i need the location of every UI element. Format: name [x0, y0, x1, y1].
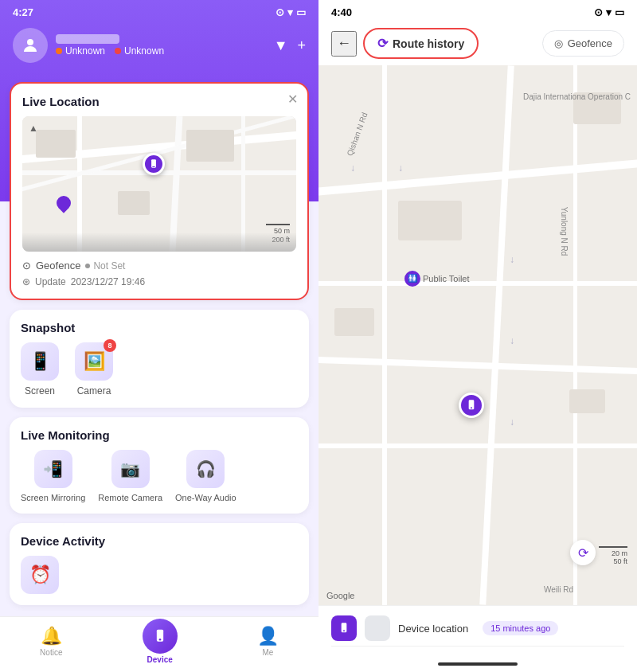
badge-unknown-2: Unknown: [115, 45, 164, 57]
snapshot-screen[interactable]: 📱 Screen: [21, 342, 59, 397]
svg-point-6: [471, 407, 472, 408]
svg-point-0: [27, 39, 33, 45]
location-meta: ⊙ Geofence Not Set ⊛ Update 2023/12/27 1…: [22, 260, 296, 287]
nav-device[interactable]: Device: [143, 619, 178, 664]
cast-icon: ⊙: [276, 6, 284, 18]
geofence-icon: ⊙: [22, 260, 31, 272]
camera-icon-box: 🖼️ 8: [75, 342, 113, 381]
wifi-icon: ▾: [287, 6, 293, 18]
divider: [331, 646, 624, 647]
google-logo: Google: [326, 591, 354, 600]
live-location-map[interactable]: ▲ 50 m 200 ft: [22, 116, 296, 252]
snapshot-card: Snapshot 📱 Screen 🖼️ 8 Camera: [10, 310, 309, 408]
svg-point-8: [343, 630, 345, 631]
screen-icon-box: 📱: [21, 342, 59, 381]
status-bar-right: 4:40 ⊙ ▾ ▭: [318, 0, 637, 21]
map-right-background: Qishan N Rd Dajia Internationa Operation…: [318, 65, 637, 605]
yunlong-label: Yunlong N Rd: [561, 207, 569, 256]
dot-orange: [56, 48, 62, 54]
weili-label: Weili Rd: [544, 585, 573, 594]
one-way-audio-item[interactable]: 🎧 One-Way Audio: [175, 450, 236, 502]
time-badge: 15 minutes ago: [483, 621, 558, 635]
route-icon: ⟳: [377, 36, 388, 51]
snapshot-title: Snapshot: [21, 321, 298, 334]
battery-icon-right: ▭: [615, 6, 624, 18]
arrow-5: ↓: [510, 416, 514, 428]
device-activity-title: Device Activity: [21, 534, 298, 548]
screen-mirroring-icon: 📲: [34, 450, 72, 488]
screen-mirroring-item[interactable]: 📲 Screen Mirroring: [21, 450, 85, 502]
right-panel: 4:40 ⊙ ▾ ▭ ← ⟳ Route history ◎ Geofence: [318, 0, 637, 672]
left-panel: 4:27 ⊙ ▾ ▭ Unknown Unknown: [0, 0, 318, 672]
right-map[interactable]: Qishan N Rd Dajia Internationa Operation…: [318, 65, 637, 605]
svg-rect-2: [152, 166, 155, 166]
device-activity-card: Device Activity ⏰: [10, 523, 309, 605]
monitoring-grid: 📲 Screen Mirroring 📷 Remote Camera 🎧 One…: [21, 450, 298, 502]
user-badges: Unknown Unknown: [56, 45, 164, 57]
dot-red: [115, 48, 121, 54]
activity-icon-1[interactable]: ⏰: [21, 556, 59, 594]
arrow-2: ↓: [398, 162, 403, 174]
map-compass: ▲: [29, 123, 38, 134]
geofence-button[interactable]: ◎ Geofence: [542, 30, 624, 57]
status-bar-left: 4:27 ⊙ ▾ ▭: [0, 0, 318, 21]
badge-unknown-1: Unknown: [56, 45, 105, 57]
geofence-row: ⊙ Geofence Not Set: [22, 260, 296, 272]
map-pin-small: [55, 196, 72, 218]
header-actions: ▼ +: [274, 37, 306, 54]
arrow-4: ↓: [510, 335, 514, 346]
device-location-row: Device location 15 minutes ago: [331, 615, 624, 641]
bottom-bar-right: [318, 656, 637, 672]
user-name-placeholder: [56, 34, 119, 44]
snapshot-grid: 📱 Screen 🖼️ 8 Camera: [21, 342, 298, 397]
nav-me[interactable]: 👤 Me: [257, 626, 279, 657]
live-location-title: Live Location: [22, 95, 296, 108]
notice-icon: 🔔: [41, 626, 62, 647]
monitoring-card: Live Monitoring 📲 Screen Mirroring 📷 Rem…: [10, 417, 309, 514]
device-thumb: [331, 615, 357, 641]
nav-notice[interactable]: 🔔 Notice: [40, 626, 62, 657]
refresh-button[interactable]: ⟳: [570, 540, 596, 565]
dropdown-button[interactable]: ▼: [274, 37, 288, 54]
remote-camera-item[interactable]: 📷 Remote Camera: [98, 450, 162, 502]
dajia-label: Dajia Internationa Operation C: [523, 92, 631, 101]
status-icons-right: ⊙ ▾ ▭: [594, 6, 624, 18]
update-row: ⊛ Update 2023/12/27 19:46: [22, 276, 296, 287]
time-right: 4:40: [331, 6, 352, 18]
status-icons-left: ⊙ ▾ ▭: [276, 6, 306, 18]
back-button[interactable]: ←: [331, 31, 357, 57]
device-pin-right: [459, 393, 484, 418]
header-left: Unknown Unknown ▼ +: [0, 21, 318, 76]
qishan-label: Qishan N Rd: [346, 111, 369, 158]
time-left: 4:27: [13, 6, 33, 18]
home-indicator-right: [438, 662, 518, 666]
top-nav-right: ← ⟳ Route history ◎ Geofence: [318, 21, 637, 65]
device-thumb-gray: [365, 615, 390, 641]
close-button[interactable]: ✕: [287, 92, 298, 107]
cast-icon-right: ⊙: [594, 6, 603, 18]
activity-preview: ⏰: [21, 556, 298, 594]
clock-icon: ⊛: [22, 276, 30, 287]
route-history-button[interactable]: ⟳ Route history: [363, 28, 479, 59]
wifi-icon-right: ▾: [606, 6, 612, 18]
bottom-nav: 🔔 Notice Device 👤 Me: [0, 616, 318, 672]
public-toilet-label: 🚻 Public Toilet: [404, 271, 470, 287]
live-location-card: ✕ Live Location ▲: [10, 82, 309, 300]
arrow-3: ↓: [510, 254, 514, 265]
one-way-audio-icon: 🎧: [186, 450, 225, 488]
device-icon-active: [143, 619, 178, 654]
battery-icon: ▭: [296, 6, 306, 18]
map-scale-right: 20 m 50 ft: [599, 546, 627, 565]
content-scroll: ✕ Live Location ▲: [0, 76, 318, 616]
not-set: Not Set: [85, 260, 125, 272]
device-location-text: Device location: [398, 623, 468, 635]
snapshot-camera[interactable]: 🖼️ 8 Camera: [75, 342, 113, 397]
user-info: Unknown Unknown: [56, 34, 164, 57]
add-button[interactable]: +: [297, 37, 306, 54]
bottom-info: Device location 15 minutes ago: [318, 605, 637, 656]
svg-point-4: [158, 639, 161, 641]
me-icon: 👤: [257, 626, 279, 647]
remote-camera-icon: 📷: [111, 450, 150, 488]
device-pin: [143, 153, 165, 175]
geofence-btn-icon: ◎: [554, 37, 563, 49]
